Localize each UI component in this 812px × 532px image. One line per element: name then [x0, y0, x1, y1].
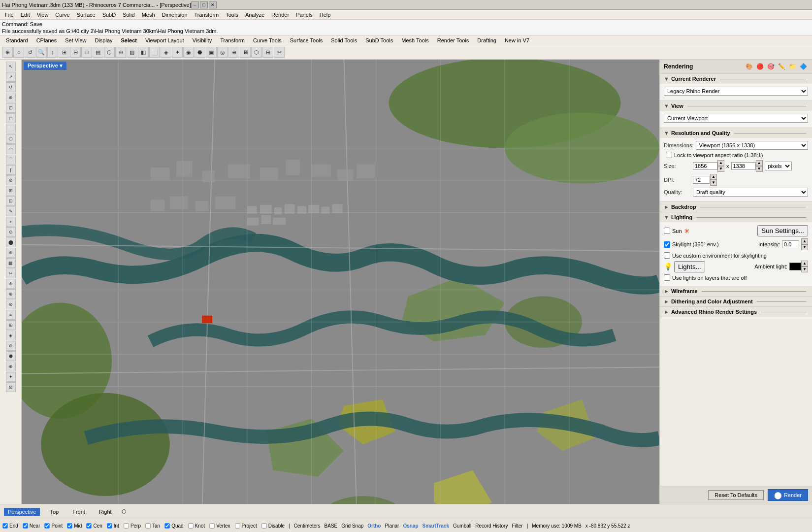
snap-checkbox-perp[interactable]: [124, 523, 129, 528]
snap-checkbox-int[interactable]: [107, 523, 112, 528]
left-tool-29[interactable]: ⬣: [6, 351, 16, 361]
tool-icon-21[interactable]: ⊕: [228, 47, 239, 58]
left-tool-22[interactable]: ⊜: [6, 279, 16, 289]
add-viewport-icon[interactable]: ⬡: [122, 508, 127, 515]
snap-checkbox-near[interactable]: [23, 523, 28, 528]
snap-checkbox-cen[interactable]: [87, 523, 92, 528]
intensity-down[interactable]: ▼: [801, 244, 808, 250]
left-tool-2[interactable]: ↗: [6, 72, 16, 82]
tool-icon-20[interactable]: ◎: [217, 47, 228, 58]
view-header[interactable]: ▼ View: [660, 101, 812, 111]
left-tool-18[interactable]: ⬤: [6, 237, 16, 247]
left-tool-23[interactable]: ⊕: [6, 289, 16, 299]
backdrop-header[interactable]: ► Backdrop: [660, 202, 812, 212]
left-tool-32[interactable]: ⊠: [6, 382, 16, 392]
intensity-input[interactable]: [782, 240, 799, 248]
tool-icon-14[interactable]: ⬜: [149, 47, 160, 58]
resolution-header[interactable]: ▼ Resolution and Quality: [660, 128, 812, 138]
menu-item-edit[interactable]: Edit: [18, 11, 33, 18]
left-tool-1[interactable]: ↖: [6, 62, 16, 71]
left-tool-9[interactable]: ◠: [6, 144, 16, 154]
menu-item-mesh[interactable]: Mesh: [139, 11, 158, 18]
left-tool-10[interactable]: ⌒: [6, 155, 16, 165]
menu-item-dimension[interactable]: Dimension: [159, 11, 191, 18]
use-lights-off-checkbox[interactable]: [664, 274, 670, 281]
toolbar-tab-standard[interactable]: Standard: [2, 37, 32, 44]
toolbar-tab-render-tools[interactable]: Render Tools: [433, 37, 473, 44]
menu-item-help[interactable]: Help: [317, 11, 334, 18]
tool-icon-10[interactable]: ⬡: [104, 47, 115, 58]
viewport-label[interactable]: Perspective ▾: [24, 62, 66, 70]
viewport-tab-front[interactable]: Front: [68, 508, 89, 516]
current-renderer-header[interactable]: ▼ Current Renderer: [660, 74, 812, 84]
render-icon-2[interactable]: 🔴: [755, 62, 765, 71]
menu-item-surface[interactable]: Surface: [74, 11, 98, 18]
tool-icon-19[interactable]: ▣: [206, 47, 217, 58]
close-button[interactable]: ✕: [209, 1, 217, 8]
snap-checkbox-tan[interactable]: [145, 523, 150, 528]
dpi-down[interactable]: ▼: [710, 180, 717, 186]
toolbar-tab-surface-tools[interactable]: Surface Tools: [286, 37, 326, 44]
dpi-input[interactable]: [693, 176, 710, 184]
viewport-tab-top[interactable]: Top: [46, 508, 63, 516]
width-up[interactable]: ▲: [717, 160, 724, 166]
height-down[interactable]: ▼: [756, 166, 763, 172]
tool-icon-15[interactable]: ◈: [161, 47, 171, 58]
left-tool-7[interactable]: ⬜: [6, 124, 16, 133]
left-tool-3[interactable]: ↺: [6, 82, 16, 92]
left-tool-27[interactable]: ◈: [6, 331, 16, 340]
quality-select[interactable]: Draft quality: [693, 188, 808, 197]
left-tool-11[interactable]: ∫: [6, 165, 16, 175]
height-input[interactable]: [731, 162, 756, 170]
toolbar-tab-solid-tools[interactable]: Solid Tools: [327, 37, 361, 44]
tool-icon-16[interactable]: ✦: [172, 47, 183, 58]
toolbar-tab-display[interactable]: Display: [91, 37, 116, 44]
toolbar-tab-set-view[interactable]: Set View: [61, 37, 90, 44]
left-tool-6[interactable]: ◻: [6, 113, 16, 123]
toolbar-tab-drafting[interactable]: Drafting: [473, 37, 500, 44]
menu-item-solid[interactable]: Solid: [120, 11, 137, 18]
left-tool-19[interactable]: ⊛: [6, 248, 16, 258]
menu-item-tools[interactable]: Tools: [223, 11, 241, 18]
tool-icon-7[interactable]: ⊟: [70, 47, 81, 58]
maximize-button[interactable]: □: [200, 1, 208, 8]
left-tool-5[interactable]: ⊡: [6, 103, 16, 113]
menu-item-render[interactable]: Render: [268, 11, 292, 18]
tool-icon-6[interactable]: ⊞: [59, 47, 69, 58]
menu-item-curve[interactable]: Curve: [52, 11, 72, 18]
lock-aspect-checkbox[interactable]: [666, 152, 672, 158]
sun-checkbox[interactable]: [664, 228, 670, 234]
render-icon-3[interactable]: 🎯: [766, 62, 776, 71]
menu-item-panels[interactable]: Panels: [293, 11, 316, 18]
intensity-up[interactable]: ▲: [801, 238, 808, 244]
render-button[interactable]: ⬤ Render: [768, 489, 808, 501]
left-tool-24[interactable]: ⊗: [6, 299, 16, 309]
left-tool-20[interactable]: ▦: [6, 258, 16, 268]
render-icon-1[interactable]: 🎨: [744, 62, 754, 71]
ambient-down[interactable]: ▼: [801, 266, 808, 272]
tool-icon-24[interactable]: ⊞: [262, 47, 273, 58]
tool-icon-13[interactable]: ◧: [138, 47, 149, 58]
viewport-tab-perspective[interactable]: Perspective: [4, 508, 40, 516]
left-tool-25[interactable]: ≡: [6, 310, 16, 320]
tool-icon-9[interactable]: ▤: [93, 47, 103, 58]
toolbar-tab-visibility[interactable]: Visibility: [189, 37, 216, 44]
left-tool-31[interactable]: ✦: [6, 372, 16, 382]
tool-icon-4[interactable]: 🔍: [36, 47, 47, 58]
tool-icon-3[interactable]: ↺: [25, 47, 35, 58]
sun-settings-button[interactable]: Sun Settings...: [757, 225, 808, 236]
advanced-header[interactable]: ► Advanced Rhino Render Settings: [660, 307, 812, 317]
renderer-select[interactable]: Legacy Rhino Render: [664, 87, 808, 96]
toolbar-tab-new-in-v7[interactable]: New in V7: [501, 37, 533, 44]
toolbar-tab-select[interactable]: Select: [117, 37, 141, 44]
dithering-header[interactable]: ► Dithering and Color Adjustment: [660, 297, 812, 306]
left-tool-21[interactable]: ✂: [6, 268, 16, 278]
unit-select[interactable]: pixels: [765, 162, 792, 170]
height-up[interactable]: ▲: [756, 160, 763, 166]
width-input[interactable]: [693, 162, 717, 170]
left-tool-4[interactable]: ⊕: [6, 93, 16, 102]
snap-checkbox-knot[interactable]: [188, 523, 193, 528]
snap-checkbox-project[interactable]: [235, 523, 240, 528]
toolbar-tab-subd-tools[interactable]: SubD Tools: [361, 37, 397, 44]
viewport[interactable]: Perspective ▾: [22, 60, 659, 504]
